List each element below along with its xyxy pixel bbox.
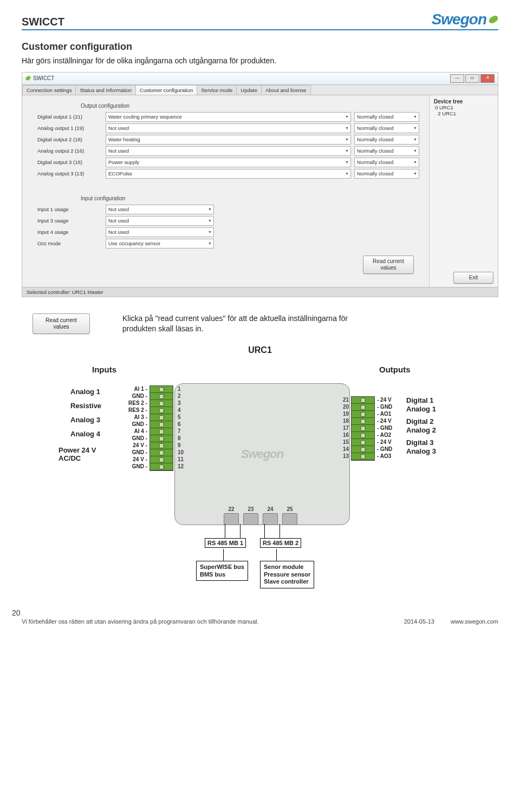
tree-item[interactable]: 2 URC1 bbox=[434, 110, 493, 116]
device-box: Swegon 22 23 24 25 bbox=[174, 383, 350, 525]
input-row: Occ modeUse occupancy sensor bbox=[32, 239, 419, 248]
minimize-button[interactable]: — bbox=[450, 74, 464, 83]
output-mode-select[interactable]: Normally closed bbox=[354, 112, 419, 122]
device-tree-title: Device tree bbox=[434, 99, 493, 104]
output-mode-select[interactable]: Normally closed bbox=[354, 123, 419, 133]
right-label: Digital 3 bbox=[406, 438, 434, 447]
output-value-select[interactable]: ECOPulse bbox=[106, 169, 351, 179]
output-row: Analog output 2 (16)Not usedNormally clo… bbox=[32, 146, 419, 156]
input-label: Occ mode bbox=[32, 240, 102, 246]
input-config-title: Input configuration bbox=[81, 195, 419, 201]
output-mode-select[interactable]: Normally closed bbox=[354, 169, 419, 179]
rj-port: 22 bbox=[224, 513, 239, 525]
app-window: SWICCT — ▭ ✕ Connection settingsStatus a… bbox=[22, 72, 498, 297]
output-row: Analog output 3 (13)ECOPulseNormally clo… bbox=[32, 169, 419, 179]
page-number: 20 bbox=[12, 608, 21, 617]
output-config-title: Output configuration bbox=[81, 103, 419, 109]
input-label: Input 3 usage bbox=[32, 218, 102, 224]
output-label: Analog output 2 (16) bbox=[32, 148, 102, 154]
tab-about-and-license[interactable]: About and license bbox=[261, 85, 311, 95]
tab-connection-settings[interactable]: Connection settings bbox=[22, 85, 76, 95]
tab-service-mode[interactable]: Service mode bbox=[197, 85, 237, 95]
read-current-values-button[interactable]: Read current values bbox=[363, 256, 414, 274]
right-pin-labels: - 24 V- GND- AO1- 24 V- GND- AO2- 24 V- … bbox=[377, 396, 392, 460]
window-title: SWICCT bbox=[33, 75, 54, 81]
output-row: Analog output 1 (19)Not usedNormally clo… bbox=[32, 123, 419, 133]
output-value-select[interactable]: Power supply bbox=[106, 158, 351, 167]
input-row: Input 4 usageNot used bbox=[32, 227, 419, 237]
rj-port: 25 bbox=[282, 513, 297, 525]
left-terminal-block bbox=[150, 385, 173, 471]
output-label: Analog output 3 (13) bbox=[32, 171, 102, 176]
left-label: Analog 1 bbox=[70, 388, 100, 396]
right-label: Analog 2 bbox=[406, 426, 436, 434]
leaf-icon bbox=[487, 15, 499, 24]
input-row: Input 3 usageNot used bbox=[32, 216, 419, 226]
right-label: Analog 1 bbox=[406, 405, 436, 413]
right-pin-numbers: 212019181716151413 bbox=[337, 396, 349, 460]
rj-port: 24 bbox=[263, 513, 278, 525]
left-label: Power 24 V AC/DC bbox=[58, 446, 96, 462]
brand-text: Swegon bbox=[432, 11, 486, 28]
brand-logo: Swegon bbox=[432, 11, 498, 28]
tab-customer-configuration[interactable]: Customer configuration bbox=[135, 85, 197, 95]
status-bar: Selected controller: URC1 Master bbox=[22, 287, 498, 297]
output-row: Digital output 3 (15)Power supplyNormall… bbox=[32, 158, 419, 167]
close-button[interactable]: ✕ bbox=[480, 74, 495, 83]
read-current-values-button-illustration: Read current values bbox=[32, 313, 90, 334]
input-label: Input 1 usage bbox=[32, 206, 102, 212]
input-value-select[interactable]: Not used bbox=[106, 216, 214, 226]
doc-title: SWICCT bbox=[22, 16, 64, 28]
right-terminal-block bbox=[351, 396, 375, 461]
left-label: Resistive bbox=[70, 402, 101, 410]
output-label: Digital output 1 (21) bbox=[32, 114, 102, 120]
output-label: Digital output 2 (18) bbox=[32, 136, 102, 142]
device-logo: Swegon bbox=[241, 447, 283, 461]
output-value-select[interactable]: Not used bbox=[106, 123, 351, 133]
section-title: Customer configuration bbox=[22, 41, 498, 53]
bus-label: RS 485 MB 2 bbox=[260, 538, 301, 548]
input-value-select[interactable]: Not used bbox=[106, 205, 214, 214]
callout-sensor: Senor module Pressure sensor Slave contr… bbox=[260, 561, 314, 588]
maximize-button[interactable]: ▭ bbox=[465, 74, 479, 83]
rj-port: 23 bbox=[243, 513, 258, 525]
footer-text: Vi förbehåller oss rätten att utan avise… bbox=[22, 618, 259, 625]
tree-item[interactable]: 0 URC1 bbox=[434, 104, 493, 110]
input-value-select[interactable]: Use occupancy sensor bbox=[106, 239, 214, 248]
footer-url: www.swegon.com bbox=[451, 618, 498, 625]
tab-status-and-information[interactable]: Status and Information bbox=[75, 85, 136, 95]
output-mode-select[interactable]: Normally closed bbox=[354, 158, 419, 167]
output-value-select[interactable]: Water heating bbox=[106, 135, 351, 145]
output-row: Digital output 2 (18)Water heatingNormal… bbox=[32, 135, 419, 145]
left-pin-labels: AI 1 -GND -RES 2 -RES 2 -AI 3 -GND -AI 4… bbox=[125, 385, 147, 470]
input-row: Input 1 usageNot used bbox=[32, 205, 419, 214]
callout-superwise: SuperWISE bus BMS bus bbox=[196, 561, 248, 581]
intro-text: Här görs inställningar för de olika ingå… bbox=[22, 56, 498, 67]
output-mode-select[interactable]: Normally closed bbox=[354, 146, 419, 156]
output-label: Analog output 1 (19) bbox=[32, 125, 102, 131]
input-value-select[interactable]: Not used bbox=[106, 227, 214, 237]
outputs-header: Outputs bbox=[379, 365, 411, 374]
input-label: Input 4 usage bbox=[32, 229, 102, 235]
left-label: Analog 3 bbox=[70, 416, 100, 424]
output-label: Digital output 3 (15) bbox=[32, 159, 102, 165]
diagram-title: URC1 bbox=[248, 345, 272, 355]
footer-date: 2014-05-13 bbox=[404, 618, 434, 625]
note-text: Klicka på "read current values" för att … bbox=[122, 313, 355, 335]
output-row: Digital output 1 (21)Water cooling prima… bbox=[32, 112, 419, 122]
right-label: Digital 2 bbox=[406, 417, 434, 425]
app-icon bbox=[25, 76, 31, 81]
rj-ports: 22 23 24 25 bbox=[224, 513, 297, 525]
output-mode-select[interactable]: Normally closed bbox=[354, 135, 419, 145]
output-value-select[interactable]: Water cooling primary sequence bbox=[106, 112, 351, 122]
output-value-select[interactable]: Not used bbox=[106, 146, 351, 156]
right-label: Digital 1 bbox=[406, 396, 434, 404]
left-label: Analog 4 bbox=[70, 430, 100, 438]
inputs-header: Inputs bbox=[92, 365, 116, 374]
exit-button[interactable]: Exit bbox=[453, 272, 493, 284]
bus-label: RS 485 MB 1 bbox=[205, 538, 246, 548]
left-pin-numbers: 123456789101112 bbox=[178, 385, 184, 470]
urc1-diagram: URC1 Inputs Outputs Swegon 22 23 24 25 A… bbox=[54, 345, 466, 594]
tab-update[interactable]: Update bbox=[236, 85, 262, 95]
right-label: Analog 3 bbox=[406, 447, 436, 455]
